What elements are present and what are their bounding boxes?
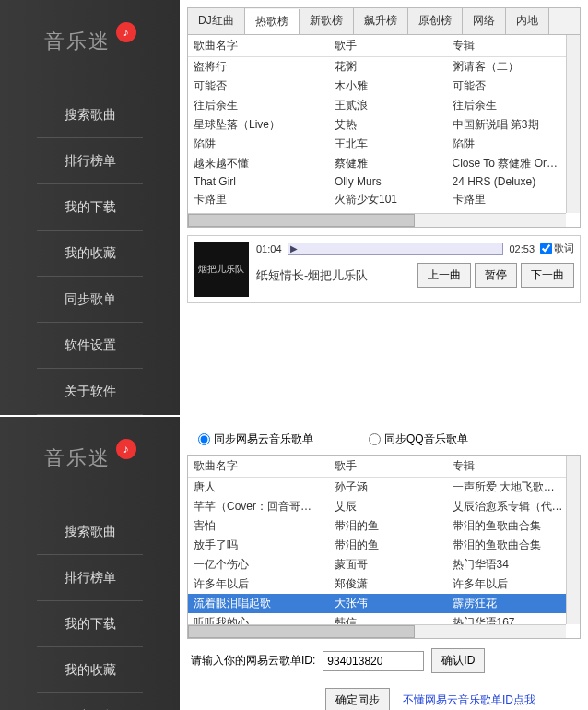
sidebar-item-0[interactable]: 搜索歌曲 (0, 509, 180, 555)
help-link[interactable]: 不懂网易云音乐歌单ID点我 (403, 692, 535, 708)
sidebar-item-5[interactable]: 软件设置 (0, 323, 180, 369)
table-row[interactable]: That GirlOlly Murs24 HRS (Deluxe) (188, 173, 580, 190)
col-header[interactable]: 歌曲名字 (188, 456, 329, 478)
lyric-checkbox[interactable]: 歌词 (540, 242, 574, 255)
tab-6[interactable]: 内地 (506, 8, 549, 34)
prev-button[interactable]: 上一曲 (417, 263, 471, 288)
table-row[interactable]: 卡路里火箭少女101卡路里 (188, 190, 580, 209)
sidebar-item-4[interactable]: 同步歌单 (0, 277, 180, 323)
sidebar: 音乐迷 ♪ 搜索歌曲排行榜单我的下载我的收藏同步歌单软件设置关于软件 (0, 417, 180, 710)
sidebar-item-3[interactable]: 我的收藏 (0, 231, 180, 277)
sidebar-item-4[interactable]: 同步歌单 (0, 693, 180, 710)
table-row[interactable]: 唐人孙子涵一声所爱 大地飞歌… (188, 478, 580, 498)
brand-title: 音乐迷 (44, 28, 111, 55)
progress-bar[interactable]: ▶ (288, 243, 504, 255)
table-row[interactable]: 星球坠落（Live）艾热中国新说唱 第3期 (188, 115, 580, 135)
table-row[interactable]: 许多年以后郑俊潇许多年以后 (188, 574, 580, 594)
album-cover: 烟把儿乐队 (194, 242, 249, 297)
tab-4[interactable]: 原创榜 (408, 8, 463, 34)
time-duration: 02:53 (509, 243, 535, 254)
playlist-id-input[interactable] (323, 651, 424, 671)
next-button[interactable]: 下一曲 (521, 263, 574, 288)
table-row[interactable]: 可能否木小雅可能否 (188, 77, 580, 96)
table-row[interactable]: 芊芊（Cover：回音哥…艾辰艾辰治愈系专辑（代… (188, 497, 580, 516)
music-note-icon: ♪ (116, 439, 136, 459)
sidebar-item-2[interactable]: 我的下载 (0, 601, 180, 647)
table-row[interactable]: 盗将行花粥粥请客（二） (188, 57, 580, 77)
col-header[interactable]: 专辑 (447, 456, 581, 478)
table-row[interactable]: 越来越不懂蔡健雅Close To 蔡健雅 Or… (188, 154, 580, 173)
scrollbar-horizontal[interactable] (188, 213, 566, 227)
id-label: 请输入你的网易云歌单ID: (191, 653, 315, 669)
table-row[interactable]: 放手了吗带泪的鱼带泪的鱼歌曲合集 (188, 536, 580, 555)
scrollbar-vertical[interactable] (566, 35, 580, 213)
table-row[interactable]: 害怕带泪的鱼带泪的鱼歌曲合集 (188, 516, 580, 536)
sidebar-item-0[interactable]: 搜索歌曲 (0, 92, 180, 138)
col-header[interactable]: 歌手 (329, 456, 447, 478)
time-current: 01:04 (256, 243, 282, 254)
sidebar: 音乐迷 ♪ 搜索歌曲排行榜单我的下载我的收藏同步歌单软件设置关于软件 (0, 0, 180, 415)
scrollbar-horizontal[interactable] (188, 624, 566, 638)
music-note-icon: ♪ (116, 22, 136, 42)
sidebar-item-1[interactable]: 排行榜单 (0, 138, 180, 184)
table-row[interactable]: 一亿个伤心蒙面哥热门华语34 (188, 555, 580, 574)
radio-qq[interactable]: 同步QQ音乐歌单 (369, 432, 468, 447)
sidebar-item-2[interactable]: 我的下载 (0, 184, 180, 231)
radio-netease[interactable]: 同步网易云音乐歌单 (198, 432, 313, 447)
chart-tabs: DJ红曲热歌榜新歌榜飙升榜原创榜网络内地 (187, 7, 581, 34)
col-header[interactable]: 歌手 (329, 35, 447, 57)
tab-3[interactable]: 飙升榜 (354, 8, 408, 34)
tab-1[interactable]: 热歌榜 (245, 9, 300, 35)
brand-title: 音乐迷 (44, 444, 111, 472)
col-header[interactable]: 歌曲名字 (188, 35, 329, 57)
sidebar-item-3[interactable]: 我的收藏 (0, 647, 180, 693)
tab-2[interactable]: 新歌榜 (300, 8, 354, 34)
playlist-table: 歌曲名字歌手专辑 唐人孙子涵一声所爱 大地飞歌…芊芊（Cover：回音哥…艾辰艾… (187, 455, 581, 639)
brand: 音乐迷 ♪ (0, 0, 180, 92)
sync-button[interactable]: 确定同步 (325, 688, 390, 710)
scrollbar-vertical[interactable] (566, 456, 580, 624)
col-header[interactable]: 专辑 (447, 35, 581, 57)
table-row[interactable]: 往后余生王贰浪往后余生 (188, 96, 580, 115)
sidebar-item-1[interactable]: 排行榜单 (0, 555, 180, 601)
confirm-id-button[interactable]: 确认ID (431, 648, 485, 673)
pause-button[interactable]: 暂停 (475, 263, 517, 288)
song-table: 歌曲名字歌手专辑 盗将行花粥粥请客（二）可能否木小雅可能否往后余生王贰浪往后余生… (187, 34, 581, 228)
player: 烟把儿乐队 01:04 ▶ 02:53 歌词 纸短情长-烟把儿乐队 上一曲 暂停… (187, 235, 581, 303)
table-row[interactable]: 流着眼泪唱起歌大张伟霹雳狂花 (188, 594, 580, 613)
table-row[interactable]: 陷阱王北车陷阱 (188, 135, 580, 154)
tab-5[interactable]: 网络 (463, 8, 506, 34)
sidebar-item-6[interactable]: 关于软件 (0, 369, 180, 415)
brand: 音乐迷 ♪ (0, 417, 180, 509)
tab-0[interactable]: DJ红曲 (188, 8, 245, 34)
now-playing-title: 纸短情长-烟把儿乐队 (256, 267, 368, 284)
